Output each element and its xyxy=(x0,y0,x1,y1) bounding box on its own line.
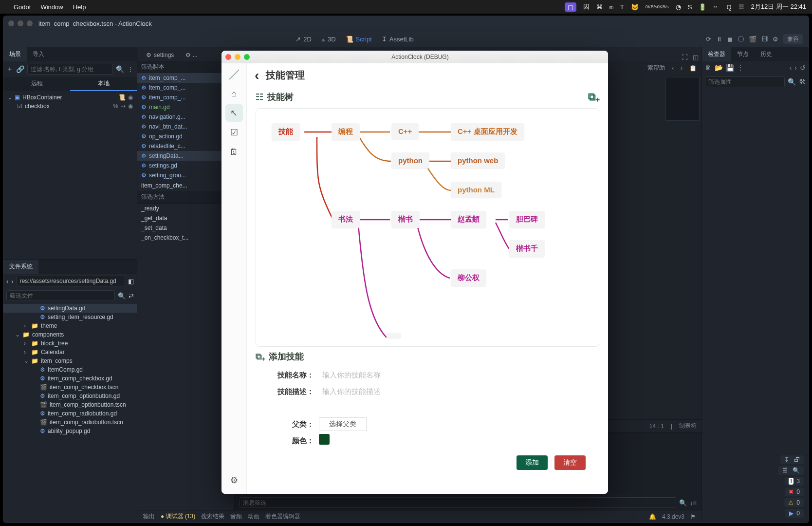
fs-item[interactable]: ⚙ItemComp.gd xyxy=(3,365,137,374)
fs-item[interactable]: 🎬item_comp_optionbutton.tscn xyxy=(3,400,137,409)
insp-nav-fwd-icon[interactable]: › xyxy=(794,64,797,72)
center-tab-settings[interactable]: ⚙ settings xyxy=(140,49,180,61)
doc-icon[interactable]: 📋 xyxy=(689,65,697,72)
bottom-shader[interactable]: 着色器编辑器 xyxy=(265,512,300,521)
fs-filter-input[interactable] xyxy=(6,290,115,301)
fs-fwd-icon[interactable]: › xyxy=(11,278,13,285)
fs-item[interactable]: 🎬item_comp_checkbox.tscn xyxy=(3,383,137,392)
tab-node[interactable]: 节点 xyxy=(731,47,755,61)
menu-app[interactable]: Godot xyxy=(14,3,31,11)
tools-icon[interactable]: 🛠 xyxy=(799,78,806,86)
fs-item[interactable]: ›📁theme xyxy=(3,321,137,330)
tree-node-skill[interactable]: 技能 xyxy=(272,123,300,140)
script-item[interactable]: ⚙main.gd xyxy=(137,102,234,112)
expand-icon[interactable]: ⛶ xyxy=(682,54,688,61)
status-icon-cat[interactable]: 🐱 xyxy=(631,3,639,11)
search-icon[interactable]: 🔍 xyxy=(116,65,124,73)
dock-icon[interactable]: ◫ xyxy=(693,54,699,61)
fs-item[interactable]: ⌄📁item_comps xyxy=(3,357,137,365)
bottom-audio[interactable]: 音频 xyxy=(230,512,242,521)
scene-tree-child[interactable]: ☑ checkbox %⇢◉ xyxy=(6,102,134,111)
new-res-icon[interactable]: 🗎 xyxy=(705,64,712,72)
nav-calendar-icon[interactable]: 🗓 xyxy=(225,143,243,161)
add-node-icon[interactable]: ＋ xyxy=(6,65,13,74)
mode-script[interactable]: 📜 Script xyxy=(346,36,372,43)
fs-item[interactable]: ⚙setting_item_resource.gd xyxy=(3,313,137,321)
history-icon[interactable]: ↺ xyxy=(800,64,806,72)
bottom-debugger[interactable]: ● 调试器 (13) xyxy=(161,512,195,521)
bottom-output[interactable]: 输出 xyxy=(143,512,155,521)
status-icon-c[interactable]: ⎄ xyxy=(609,3,613,11)
script-item[interactable]: ⚙navi_btn_dat... xyxy=(137,122,234,132)
fs-path-input[interactable] xyxy=(17,276,125,286)
color-swatch[interactable] xyxy=(319,434,330,445)
nav-home-icon[interactable]: ⌂ xyxy=(225,85,243,102)
bottom-extra-icon[interactable]: ⚑ xyxy=(690,513,696,520)
pause-icon[interactable]: ⏸ xyxy=(716,36,722,43)
open-res-icon[interactable]: 📂 xyxy=(715,64,723,72)
scene-filter-input[interactable] xyxy=(27,64,113,75)
skill-desc-input[interactable] xyxy=(319,385,572,414)
visibility-icon[interactable]: ◉ xyxy=(128,94,133,101)
script-item[interactable]: ⚙navigation.g... xyxy=(137,112,234,122)
clear-button[interactable]: 清空 xyxy=(554,455,586,470)
tree-node-hidden[interactable] xyxy=(387,333,401,338)
nav-settings-icon[interactable]: ⚙ xyxy=(225,471,243,489)
nav-tasks-icon[interactable]: ☑ xyxy=(225,124,243,141)
tab-filesystem[interactable]: 文件系统 xyxy=(3,260,38,274)
more-icon[interactable]: ⋮ xyxy=(737,64,744,72)
script-item[interactable]: ⚙setting_grou... xyxy=(137,170,234,180)
close-icon[interactable] xyxy=(225,54,231,60)
fs-item[interactable]: ⚙ability_popup.gd xyxy=(3,427,137,435)
nav-skills-icon[interactable]: ↖ xyxy=(225,104,243,122)
fs-item[interactable]: ⚙settingData.gd xyxy=(3,304,137,313)
menu-window[interactable]: Window xyxy=(40,3,63,11)
control-center-icon[interactable]: ☰ xyxy=(738,3,744,11)
render-icon[interactable]: ⚙ xyxy=(773,36,778,43)
mode-assetlib[interactable]: ↧ AssetLib xyxy=(382,36,414,43)
subtab-remote[interactable]: 远程 xyxy=(3,77,70,91)
skill-tree-canvas[interactable]: 技能 编程 C++ C++ 桌面应用开发 python python web p… xyxy=(256,108,599,347)
battery-icon[interactable]: 🔋 xyxy=(699,3,706,11)
tab-import[interactable]: 导入 xyxy=(27,47,50,61)
signal-emit-icon[interactable]: ⇢ xyxy=(121,103,126,110)
tree-node-cpp[interactable]: C++ xyxy=(391,123,419,139)
godot-traffic-lights[interactable] xyxy=(8,20,33,26)
wifi-icon[interactable]: ᯤ xyxy=(713,3,720,11)
script-item[interactable]: ⚙item_comp_... xyxy=(137,93,234,102)
status-icon-s[interactable]: S xyxy=(688,3,692,11)
renderer-chip[interactable]: 兼容 xyxy=(783,34,803,44)
run-project-icon[interactable]: ⟳ xyxy=(706,36,711,43)
counter-info[interactable]: !3 xyxy=(785,477,804,486)
tab-history[interactable]: 历史 xyxy=(755,47,778,61)
notifications-icon[interactable]: 🔔 xyxy=(649,513,656,520)
search-icon[interactable]: 🔍 xyxy=(118,292,126,300)
bottom-search[interactable]: 搜索结果 xyxy=(201,512,224,521)
help-search[interactable]: 索帮助 xyxy=(647,64,665,72)
fs-item[interactable]: ›📁Calendar xyxy=(3,348,137,357)
fs-item[interactable]: 🎬item_comp_radiobutton.tscn xyxy=(3,418,137,427)
stop-icon[interactable]: ◼ xyxy=(727,36,733,43)
status-icon-rot[interactable]: ◔ xyxy=(676,3,681,11)
center-tab-other[interactable]: ⚙ ... xyxy=(180,49,203,61)
counter-messages[interactable]: ▶0 xyxy=(785,509,804,518)
add-button[interactable]: 添加 xyxy=(517,455,548,470)
tree-node-zhao[interactable]: 赵孟頫 xyxy=(451,211,486,228)
status-icon-d[interactable]: T xyxy=(620,3,624,11)
status-icon-record[interactable]: ▢ xyxy=(565,2,576,12)
script-item[interactable]: ⚙settingData... xyxy=(137,151,234,161)
minimap[interactable] xyxy=(665,77,700,121)
zoom-icon[interactable] xyxy=(244,54,250,60)
link-icon[interactable]: 🔗 xyxy=(16,65,24,73)
visibility-icon[interactable]: ◉ xyxy=(128,103,133,110)
method-item[interactable]: _get_data xyxy=(137,213,234,223)
msg-filter-input[interactable] xyxy=(240,497,676,508)
method-item[interactable]: _set_data xyxy=(137,223,234,233)
tree-node-python[interactable]: python xyxy=(391,152,429,169)
tree-node-kaishu[interactable]: 楷书 xyxy=(391,211,420,228)
fs-item[interactable]: ⚙item_comp_optionbutton.gd xyxy=(3,392,137,400)
tree-node-calligraphy[interactable]: 书法 xyxy=(332,211,360,228)
method-item[interactable]: _on_checkbox_t... xyxy=(137,233,234,243)
counter-errors[interactable]: ✖0 xyxy=(785,488,804,496)
fs-item[interactable]: ›📁block_tree xyxy=(3,339,137,348)
